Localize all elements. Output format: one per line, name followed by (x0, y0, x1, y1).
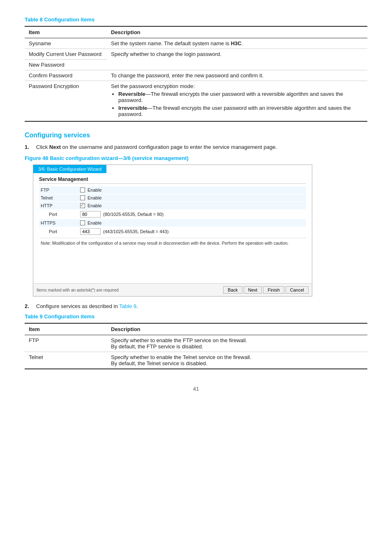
wizard-http-port-row: Port (80/1025-65535, Default = 80) (39, 210, 306, 219)
step1-num: 1. (25, 144, 33, 150)
wizard-https-label: HTTPS (39, 220, 80, 225)
wizard-http-port-content: (80/1025-65535, Default = 80) (80, 211, 164, 218)
table8-desc-pw-enc: Set the password encryption mode: Revers… (107, 81, 367, 122)
table-row: FTP Specify whether to enable the FTP se… (25, 335, 367, 352)
table9-header-item: Item (25, 323, 107, 335)
wizard-https-content: Enable (80, 220, 101, 225)
wizard-ftp-row: FTP Enable (39, 186, 306, 194)
wizard-http-port-hint: (80/1025-65535, Default = 80) (103, 212, 164, 217)
wizard-https-row: HTTPS Enable (39, 219, 306, 227)
wizard-box: 3/6: Basic Configuration Wizard Service … (33, 165, 312, 297)
wizard-note: Note: Modification of the configuration … (39, 238, 306, 247)
step2: 2. Configure services as described in Ta… (25, 303, 367, 309)
wizard-http-port-label: Port (39, 212, 80, 217)
wizard-ftp-checkbox[interactable] (80, 188, 85, 192)
table8-section: Table 8 Configuration items Item Descrip… (25, 16, 367, 122)
configuring-services-heading: Configuring services (25, 132, 367, 139)
table9-desc-telnet: Specify whether to enable the Telnet ser… (107, 352, 367, 369)
wizard-telnet-enable: Enable (88, 195, 101, 200)
table-row: Telnet Specify whether to enable the Tel… (25, 352, 367, 369)
wizard-ftp-enable: Enable (88, 188, 101, 192)
table9-title: Table 9 Configuration items (25, 313, 367, 320)
wizard-https-port-row: Port (443/1025-65535, Default = 443) (39, 227, 306, 236)
wizard-https-checkbox[interactable] (80, 220, 85, 225)
table9-header-desc: Description (107, 323, 367, 335)
page-number: 41 (25, 386, 367, 392)
wizard-btn-group: Back Next Finish Cancel (223, 286, 309, 294)
table8-item-new-pw: New Password (25, 60, 107, 70)
wizard-ftp-label: FTP (39, 188, 80, 192)
table9-desc-ftp: Specify whether to enable the FTP servic… (107, 335, 367, 352)
table9-ref: Table 9 (119, 303, 136, 309)
wizard-finish-button[interactable]: Finish (263, 286, 284, 294)
step2-num: 2. (25, 303, 33, 309)
step2-text: Configure services as described in Table… (36, 303, 367, 309)
wizard-footer: Items marked with an asterisk(*) are req… (33, 283, 312, 296)
wizard-http-content: Enable (80, 203, 101, 208)
wizard-back-button[interactable]: Back (223, 286, 242, 294)
wizard-https-enable: Enable (88, 220, 101, 225)
wizard-telnet-row: Telnet Enable (39, 194, 306, 202)
wizard-http-label: HTTP (39, 203, 80, 208)
table9: Item Description FTP Specify whether to … (25, 323, 367, 369)
step1: 1. Click Next on the username and passwo… (25, 144, 367, 150)
table8-item-confirm-pw: Confirm Password (25, 70, 107, 81)
table8-item-sysname: Sysname (25, 38, 107, 49)
wizard-https-port-hint: (443/1025-65535, Default = 443) (103, 229, 168, 234)
wizard-telnet-checkbox[interactable] (80, 195, 85, 200)
wizard-https-port-label: Port (39, 229, 80, 234)
configuring-services-section: Configuring services 1. Click Next on th… (25, 132, 367, 369)
wizard-footer-note: Items marked with an asterisk(*) are req… (37, 288, 119, 292)
table8-desc-confirm-pw: To change the password, enter the new pa… (107, 70, 367, 81)
table8: Item Description Sysname Set the system … (25, 26, 367, 122)
table8-desc-sysname: Set the system name. The default system … (107, 38, 367, 49)
wizard-http-row: HTTP Enable (39, 202, 306, 209)
table8-title: Table 8 Configuration items (25, 16, 367, 23)
wizard-telnet-label: Telnet (39, 195, 80, 200)
step1-text: Click Next on the username and password … (36, 144, 367, 150)
table-row: Password Encryption Set the password enc… (25, 81, 367, 122)
table8-header-item: Item (25, 26, 107, 38)
wizard-https-port-content: (443/1025-65535, Default = 443) (80, 228, 168, 235)
table8-item-modify-pw: Modify Current User Password (25, 49, 107, 60)
wizard-cancel-button[interactable]: Cancel (286, 286, 309, 294)
table8-desc-modify-pw: Specify whether to change the login pass… (107, 49, 367, 70)
table8-item-pw-enc: Password Encryption (25, 81, 107, 122)
figure-title: Figure 46 Basic configuration wizard—3/6… (25, 155, 367, 161)
wizard-body: Service Management FTP Enable Telnet Ena… (33, 173, 312, 283)
wizard-tab: 3/6: Basic Configuration Wizard (33, 165, 312, 173)
wizard-http-checkbox[interactable] (80, 203, 85, 208)
wizard-tab-label: 3/6: Basic Configuration Wizard (33, 165, 106, 173)
table8-header-desc: Description (107, 26, 367, 38)
table9-item-telnet: Telnet (25, 352, 107, 369)
wizard-http-port-input[interactable] (80, 211, 101, 218)
wizard-spacer (39, 247, 306, 280)
wizard-telnet-content: Enable (80, 195, 101, 200)
wizard-section-title: Service Management (39, 176, 306, 184)
wizard-ftp-content: Enable (80, 188, 101, 192)
wizard-https-port-input[interactable] (80, 228, 101, 235)
table-row: Modify Current User Password Specify whe… (25, 49, 367, 60)
wizard-http-enable: Enable (88, 203, 101, 208)
table-row: Confirm Password To change the password,… (25, 70, 367, 81)
table-row: Sysname Set the system name. The default… (25, 38, 367, 49)
wizard-next-button[interactable]: Next (244, 286, 262, 294)
table9-item-ftp: FTP (25, 335, 107, 352)
